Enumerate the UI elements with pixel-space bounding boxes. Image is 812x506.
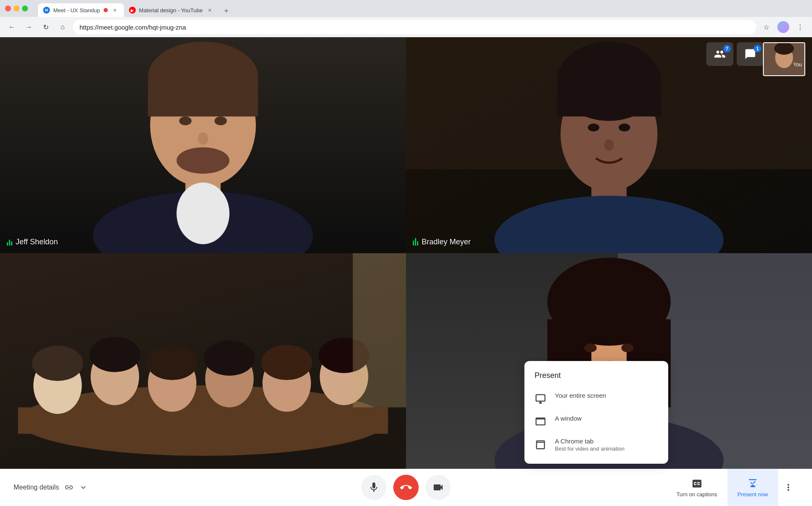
svg-point-7: [198, 132, 208, 145]
present-option-window[interactable]: A window: [524, 410, 668, 432]
more-options-icon: [783, 482, 793, 492]
mic-icon: [368, 481, 380, 493]
back-button[interactable]: ←: [5, 20, 19, 34]
chrome-tab-label: A Chrome tab: [555, 438, 625, 445]
svg-point-44: [584, 343, 597, 352]
entire-screen-text: Your entire screen: [555, 392, 606, 399]
svg-point-17: [588, 123, 599, 131]
browser-titlebar: M Meet - UX Standup × ▶ Material design …: [0, 0, 812, 17]
svg-point-34: [261, 345, 313, 380]
self-preview: [763, 42, 805, 76]
people-button[interactable]: 7: [706, 42, 733, 66]
forward-button[interactable]: →: [22, 20, 36, 34]
chat-button[interactable]: 1: [737, 42, 764, 66]
chrome-tab-subtitle: Best for video and animation: [555, 446, 625, 452]
link-icon: [64, 483, 74, 492]
window-text: A window: [555, 415, 582, 422]
url-text: https://meet.google.com/hqt-jmug-zna: [80, 24, 186, 31]
youtube-tab-title: Material design - YouTube: [139, 7, 203, 14]
close-window-btn[interactable]: [5, 5, 11, 11]
meet-content: Jeff Sheldon: [0, 37, 812, 506]
video-tile-group: [0, 253, 406, 469]
chrome-tab-icon: [535, 438, 546, 450]
svg-point-8: [176, 147, 229, 174]
jeff-name-label: Jeff Sheldon: [7, 238, 58, 246]
browser-tab-meet[interactable]: M Meet - UX Standup ×: [38, 3, 124, 17]
expand-icon: [79, 483, 88, 492]
maximize-window-btn[interactable]: [22, 5, 28, 11]
meet-favicon: M: [43, 7, 50, 14]
more-options-button[interactable]: [778, 469, 798, 506]
svg-rect-16: [557, 90, 661, 117]
meet-tab-title: Meet - UX Standup: [53, 7, 100, 14]
bradley-audio-indicator: [413, 238, 418, 246]
home-button[interactable]: ⌂: [56, 20, 69, 34]
you-label: You: [793, 62, 802, 68]
toolbar-right: ☆ ⋮: [760, 20, 807, 34]
people-count-badge: 7: [723, 45, 731, 52]
video-tile-jeff: Jeff Sheldon: [0, 37, 406, 253]
youtube-favicon: ▶: [129, 7, 136, 14]
more-chrome-button[interactable]: ⋮: [793, 20, 807, 34]
bookmark-button[interactable]: ☆: [760, 20, 773, 34]
meet-bottom-bar: Meeting details: [0, 469, 812, 506]
profile-button[interactable]: [776, 20, 790, 34]
svg-point-45: [621, 343, 634, 352]
captions-icon: [691, 478, 703, 490]
entire-screen-label: Your entire screen: [555, 392, 606, 399]
svg-rect-24: [18, 407, 388, 434]
self-preview-container: You: [767, 39, 805, 69]
captions-label: Turn on captions: [676, 491, 717, 498]
browser-chrome: M Meet - UX Standup × ▶ Material design …: [0, 0, 812, 37]
chat-count-badge: 1: [754, 45, 761, 52]
address-bar[interactable]: https://meet.google.com/hqt-jmug-zna: [73, 20, 756, 34]
svg-point-18: [619, 123, 630, 131]
present-now-button[interactable]: Present now: [727, 469, 778, 506]
camera-icon: [432, 481, 444, 493]
new-tab-button[interactable]: +: [220, 5, 232, 17]
svg-point-28: [89, 336, 140, 372]
mic-button[interactable]: [361, 475, 387, 500]
reload-button[interactable]: ↻: [39, 20, 52, 34]
minimize-window-btn[interactable]: [14, 5, 19, 11]
browser-tab-youtube[interactable]: ▶ Material design - YouTube ×: [124, 3, 219, 17]
browser-toolbar: ← → ↻ ⌂ https://meet.google.com/hqt-jmug…: [0, 17, 812, 37]
entire-screen-icon: [535, 393, 546, 405]
present-option-entire-screen[interactable]: Your entire screen: [524, 387, 668, 410]
svg-point-5: [179, 117, 192, 126]
window-label: A window: [555, 415, 582, 422]
bottom-right-controls: Turn on captions Present now: [666, 469, 798, 506]
jeff-video: [0, 37, 406, 253]
svg-rect-4: [148, 81, 258, 116]
meeting-details[interactable]: Meeting details: [14, 483, 88, 492]
end-call-icon: [400, 481, 412, 493]
group-video: [0, 253, 406, 469]
camera-button[interactable]: [425, 475, 451, 500]
meeting-details-label: Meeting details: [14, 484, 59, 491]
present-popup-title: Present: [524, 368, 668, 387]
window-icon: [535, 416, 546, 427]
svg-point-19: [604, 139, 614, 151]
close-tab-meet[interactable]: ×: [111, 6, 119, 14]
svg-point-11: [176, 183, 229, 244]
video-grid: Jeff Sheldon: [0, 37, 812, 469]
jeff-audio-indicator: [7, 238, 12, 246]
bottom-controls: [361, 475, 451, 500]
recording-indicator: [104, 8, 108, 12]
end-call-button[interactable]: [393, 475, 419, 500]
svg-rect-37: [353, 253, 406, 408]
svg-point-26: [32, 345, 83, 380]
present-popup: Present Your entire screen A window: [524, 361, 668, 464]
svg-point-6: [214, 117, 227, 126]
svg-point-32: [204, 340, 255, 375]
present-option-chrome-tab[interactable]: A Chrome tab Best for video and animatio…: [524, 432, 668, 457]
browser-tabs: M Meet - UX Standup × ▶ Material design …: [38, 0, 232, 17]
present-icon: [747, 478, 759, 490]
close-tab-youtube[interactable]: ×: [206, 6, 214, 14]
window-controls: [5, 5, 28, 11]
chrome-tab-text: A Chrome tab Best for video and animatio…: [555, 438, 625, 452]
meet-top-bar: 7 1 You: [700, 37, 812, 71]
svg-point-30: [147, 345, 198, 380]
bradley-name-label: Bradley Meyer: [413, 238, 471, 246]
captions-button[interactable]: Turn on captions: [666, 469, 727, 506]
